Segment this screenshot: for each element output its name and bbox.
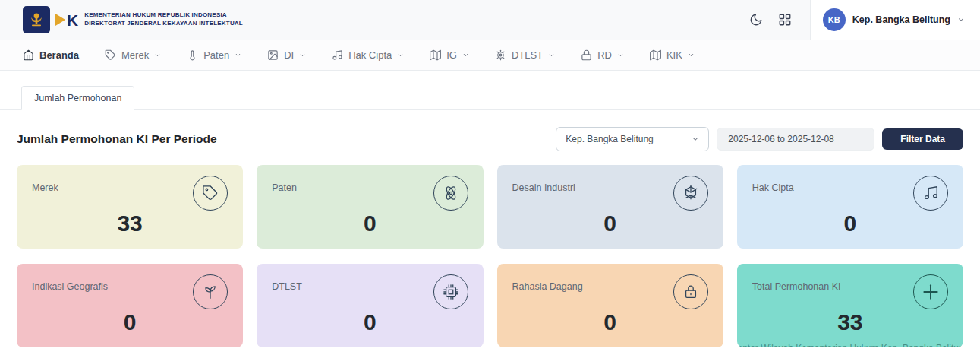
region-select[interactable]: Kep. Bangka Belitung — [556, 127, 709, 151]
music-note-icon — [332, 49, 343, 61]
user-menu[interactable]: KB Kep. Bangka Belitung — [810, 0, 980, 40]
card-value: 33 — [32, 211, 228, 241]
region-select-value: Kep. Bangka Belitung — [566, 134, 653, 144]
chevron-down-icon — [688, 52, 695, 59]
chevron-down-icon — [397, 52, 404, 59]
cpu-chip-icon — [433, 274, 468, 309]
stat-card-desain-industri[interactable]: Desain Industri 0 — [497, 165, 723, 249]
card-value: 0 — [512, 309, 708, 340]
user-name: Kep. Bangka Belitung — [852, 14, 950, 25]
select-caret-icon — [692, 135, 699, 143]
card-value: 0 — [752, 211, 948, 241]
card-label: Total Permohonan KI — [752, 281, 841, 292]
filter-data-button[interactable]: Filter Data — [882, 128, 963, 150]
nav-item-hak-cipta[interactable]: Hak Cipta — [332, 49, 404, 61]
chevron-down-icon — [957, 16, 965, 24]
chevron-down-icon — [299, 52, 306, 59]
stat-card-merek[interactable]: Merek 33 — [17, 165, 243, 249]
gear-icon — [495, 49, 506, 61]
avatar: KB — [823, 8, 846, 31]
nav-item-dtlst[interactable]: DTLST — [495, 49, 555, 61]
stat-card-total-permohonan[interactable]: Total Permohonan KI 33 Kantor Wilayah Ke… — [737, 264, 963, 347]
brand-text: KEMENTERIAN HUKUM REPUBLIK INDONESIA DIR… — [84, 11, 243, 28]
padlock-icon — [673, 274, 708, 309]
stat-cards-grid: Merek 33 Paten 0 Desain Industri — [0, 165, 980, 347]
directorate-name: DIREKTORAT JENDERAL KEKAYAAN INTELEKTUAL — [84, 20, 243, 28]
chevron-down-icon — [235, 52, 241, 59]
date-range-input[interactable] — [717, 128, 874, 151]
header-actions: KB Kep. Bangka Belitung — [742, 0, 980, 40]
ministry-name: KEMENTERIAN HUKUM REPUBLIK INDONESIA — [84, 11, 243, 20]
card-label: Paten — [272, 182, 297, 193]
music-note-icon — [913, 176, 948, 211]
dark-mode-toggle[interactable] — [742, 5, 770, 34]
nav-item-ig[interactable]: IG — [430, 49, 469, 61]
apps-menu-button[interactable] — [770, 5, 799, 34]
tag-icon — [105, 49, 116, 61]
card-value: 0 — [272, 211, 468, 241]
nav-item-rd[interactable]: RD — [581, 49, 624, 61]
brand: K KEMENTERIAN HUKUM REPUBLIK INDONESIA D… — [0, 6, 243, 33]
stat-card-paten[interactable]: Paten 0 — [257, 165, 483, 249]
chevron-down-icon — [548, 52, 555, 59]
map-icon — [430, 49, 441, 61]
tag-icon — [193, 176, 228, 211]
card-value: 0 — [272, 309, 468, 340]
apps-grid-icon — [778, 13, 792, 27]
map-icon — [650, 49, 661, 61]
card-label: Indikasi Geografis — [32, 281, 108, 292]
card-value: 33 — [752, 309, 948, 340]
card-caption: Kantor Wilayah Kementerian Hukum Kep. Ba… — [737, 343, 963, 347]
dashboard-page: K KEMENTERIAN HUKUM REPUBLIK INDONESIA D… — [0, 0, 980, 355]
stat-card-rahasia-dagang[interactable]: Rahasia Dagang 0 — [497, 264, 723, 347]
card-value: 0 — [32, 309, 228, 340]
sprout-icon — [193, 274, 228, 309]
stat-card-dtlst[interactable]: DTLST 0 — [257, 264, 483, 347]
nav-item-di[interactable]: DI — [267, 49, 306, 61]
app-header: K KEMENTERIAN HUKUM REPUBLIK INDONESIA D… — [0, 0, 980, 40]
card-label: Desain Industri — [512, 182, 575, 193]
page-title: Jumlah Permohonan KI Per Periode — [17, 132, 217, 146]
stat-card-indikasi-geografis[interactable]: Indikasi Geografis 0 — [17, 264, 243, 347]
chevron-down-icon — [462, 52, 469, 59]
card-value: 0 — [512, 211, 708, 241]
card-label: Hak Cipta — [752, 182, 794, 193]
card-label: DTLST — [272, 281, 302, 292]
nav-item-kik[interactable]: KIK — [650, 49, 695, 61]
image-icon — [267, 49, 279, 61]
main-nav: Beranda Merek Paten DI Hak Cipta IG — [0, 40, 980, 71]
chevron-down-icon — [617, 52, 624, 59]
tab-bar: Jumlah Permohonan — [0, 86, 980, 110]
section-header: Jumlah Permohonan KI Per Periode Kep. Ba… — [0, 127, 980, 151]
card-label: Rahasia Dagang — [512, 281, 583, 292]
chevron-down-icon — [154, 52, 161, 59]
card-label: Merek — [32, 182, 58, 193]
thermometer-icon — [187, 49, 198, 61]
tab-jumlah-permohonan[interactable]: Jumlah Permohonan — [21, 86, 134, 110]
djki-logo-icon: K — [55, 12, 77, 28]
stat-card-hak-cipta[interactable]: Hak Cipta 0 — [737, 165, 963, 249]
atom-icon — [433, 176, 468, 211]
ministry-logo-icon — [23, 6, 50, 33]
plus-icon — [913, 274, 948, 309]
nav-item-paten[interactable]: Paten — [187, 49, 241, 61]
cube-3d-icon — [673, 176, 708, 211]
filter-controls: Kep. Bangka Belitung Filter Data — [556, 127, 963, 151]
home-icon — [23, 49, 34, 61]
nav-item-merek[interactable]: Merek — [105, 49, 161, 61]
padlock-icon — [581, 49, 592, 61]
nav-item-beranda[interactable]: Beranda — [23, 49, 79, 61]
moon-icon — [749, 13, 763, 27]
